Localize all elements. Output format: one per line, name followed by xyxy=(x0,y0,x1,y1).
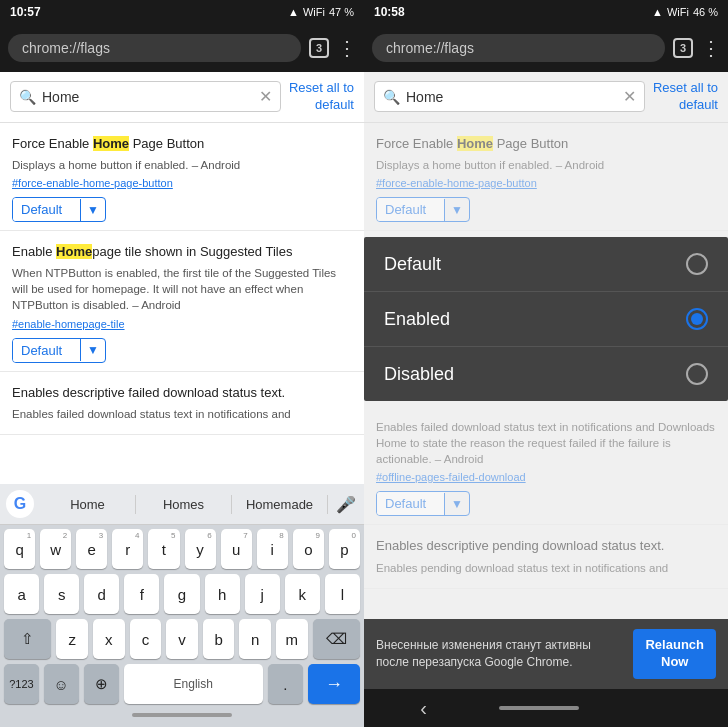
suggestion-3[interactable]: Homemade xyxy=(232,495,328,514)
key-y[interactable]: y6 xyxy=(185,529,216,569)
key-j[interactable]: j xyxy=(245,574,280,614)
right-address-bar-row: chrome://flags 3 ⋮ xyxy=(364,24,728,72)
left-status-icons: ▲ WiFi 47 % xyxy=(288,6,354,18)
key-z[interactable]: z xyxy=(56,619,88,659)
right-flag-select-2[interactable]: Default Enabled Disabled xyxy=(377,492,444,515)
right-select-arrow-2: ▼ xyxy=(444,493,469,515)
flag-select-2[interactable]: Default Enabled Disabled xyxy=(13,339,80,362)
search-input[interactable] xyxy=(42,89,253,105)
reset-all-button[interactable]: Reset all to default xyxy=(289,80,354,114)
key-space[interactable]: English xyxy=(124,664,263,704)
clear-icon[interactable]: ✕ xyxy=(259,87,272,106)
key-n[interactable]: n xyxy=(239,619,271,659)
select-arrow-1: ▼ xyxy=(80,199,105,221)
key-period[interactable]: . xyxy=(268,664,303,704)
key-numbers[interactable]: ?123 xyxy=(4,664,39,704)
left-time: 10:57 xyxy=(10,5,41,19)
key-k[interactable]: k xyxy=(285,574,320,614)
left-panel: 10:57 ▲ WiFi 47 % chrome://flags 3 ⋮ 🔍 ✕… xyxy=(0,0,364,727)
flag-select-1[interactable]: Default Enabled Disabled xyxy=(13,198,80,221)
right-time: 10:58 xyxy=(374,5,405,19)
right-search-bar: 🔍 ✕ Reset all to default xyxy=(364,72,728,123)
dropdown-label-disabled: Disabled xyxy=(384,364,454,385)
dropdown-option-default[interactable]: Default xyxy=(364,237,728,292)
radio-inner-enabled xyxy=(691,313,703,325)
right-address-pill[interactable]: chrome://flags xyxy=(372,34,665,62)
notification-text: Внесенные изменения станут активны после… xyxy=(376,637,625,671)
back-button[interactable]: ‹ xyxy=(420,697,427,720)
flag-link-2[interactable]: #enable-homepage-tile xyxy=(12,318,352,330)
key-row-1: q1 w2 e3 r4 t5 y6 u7 i8 o9 p0 xyxy=(4,529,360,569)
right-flag-title-1: Force Enable Home Page Button xyxy=(376,135,716,153)
right-status-bar: 10:58 ▲ WiFi 46 % xyxy=(364,0,728,24)
left-address-pill[interactable]: chrome://flags xyxy=(8,34,301,62)
key-h[interactable]: h xyxy=(205,574,240,614)
key-l[interactable]: l xyxy=(325,574,360,614)
flag-link-1[interactable]: #force-enable-home-page-button xyxy=(12,177,352,189)
flag-select-wrap-1: Default Enabled Disabled ▼ xyxy=(12,197,106,222)
dropdown-option-enabled[interactable]: Enabled xyxy=(364,292,728,347)
key-v[interactable]: v xyxy=(166,619,198,659)
relaunch-button[interactable]: Relaunch Now xyxy=(633,629,716,679)
notification-bar: Внесенные изменения станут активны после… xyxy=(364,619,728,689)
right-search-input[interactable] xyxy=(406,89,617,105)
right-menu-icon[interactable]: ⋮ xyxy=(701,36,720,60)
key-t[interactable]: t5 xyxy=(148,529,179,569)
right-flag-title-3: Enables descriptive pending download sta… xyxy=(376,537,716,555)
right-flag-select-wrap-1: Default Enabled Disabled ▼ xyxy=(376,197,470,222)
right-wifi-icon: WiFi xyxy=(667,6,689,18)
dropdown-option-disabled[interactable]: Disabled xyxy=(364,347,728,401)
key-globe[interactable]: ⊕ xyxy=(84,664,119,704)
key-a[interactable]: a xyxy=(4,574,39,614)
suggestion-2[interactable]: Homes xyxy=(136,495,232,514)
key-g[interactable]: g xyxy=(164,574,199,614)
key-w[interactable]: w2 xyxy=(40,529,71,569)
dropdown-label-default: Default xyxy=(384,254,441,275)
key-m[interactable]: m xyxy=(276,619,308,659)
right-flag-link-1[interactable]: #force-enable-home-page-button xyxy=(376,177,716,189)
right-flag-link-2[interactable]: #offline-pages-failed-download xyxy=(376,471,716,483)
right-flag-desc-2: Enables failed download status text in n… xyxy=(376,419,716,467)
key-d[interactable]: d xyxy=(84,574,119,614)
right-flag-item-1: Force Enable Home Page Button Displays a… xyxy=(364,123,728,231)
keyboard-area: G Home Homes Homemade 🎤 q1 w2 e3 r4 t5 y… xyxy=(0,484,364,727)
nav-handle xyxy=(499,706,579,710)
key-rows: q1 w2 e3 r4 t5 y6 u7 i8 o9 p0 a s d f g … xyxy=(0,525,364,704)
key-enter[interactable]: → xyxy=(308,664,360,704)
flag-desc-3: Enables failed download status text in n… xyxy=(12,406,352,422)
mic-icon[interactable]: 🎤 xyxy=(328,495,364,514)
key-e[interactable]: e3 xyxy=(76,529,107,569)
right-flag-desc-3: Enables pending download status text in … xyxy=(376,560,716,576)
right-flag-highlight-1: Home xyxy=(457,136,493,151)
left-menu-icon[interactable]: ⋮ xyxy=(337,36,356,60)
right-signal-icon: ▲ xyxy=(652,6,663,18)
key-s[interactable]: s xyxy=(44,574,79,614)
key-f[interactable]: f xyxy=(124,574,159,614)
left-search-bar: 🔍 ✕ Reset all to default xyxy=(0,72,364,123)
radio-enabled xyxy=(686,308,708,330)
suggestion-1[interactable]: Home xyxy=(40,495,136,514)
key-o[interactable]: o9 xyxy=(293,529,324,569)
key-x[interactable]: x xyxy=(93,619,125,659)
right-reset-all-button[interactable]: Reset all to default xyxy=(653,80,718,114)
left-search-wrap: 🔍 ✕ xyxy=(10,81,281,112)
right-flag-select-1[interactable]: Default Enabled Disabled xyxy=(377,198,444,221)
right-clear-icon[interactable]: ✕ xyxy=(623,87,636,106)
key-c[interactable]: c xyxy=(130,619,162,659)
flag-title-1: Force Enable Home Page Button xyxy=(12,135,352,153)
key-p[interactable]: p0 xyxy=(329,529,360,569)
right-tab-count[interactable]: 3 xyxy=(673,38,693,58)
key-b[interactable]: b xyxy=(203,619,235,659)
key-backspace[interactable]: ⌫ xyxy=(313,619,360,659)
key-shift[interactable]: ⇧ xyxy=(4,619,51,659)
flag-highlight-2: Home xyxy=(56,244,92,259)
left-tab-count[interactable]: 3 xyxy=(309,38,329,58)
key-u[interactable]: u7 xyxy=(221,529,252,569)
left-bottom-bar xyxy=(0,709,364,723)
left-status-bar: 10:57 ▲ WiFi 47 % xyxy=(0,0,364,24)
radio-disabled xyxy=(686,363,708,385)
key-r[interactable]: r4 xyxy=(112,529,143,569)
key-emoji[interactable]: ☺ xyxy=(44,664,79,704)
key-i[interactable]: i8 xyxy=(257,529,288,569)
key-q[interactable]: q1 xyxy=(4,529,35,569)
